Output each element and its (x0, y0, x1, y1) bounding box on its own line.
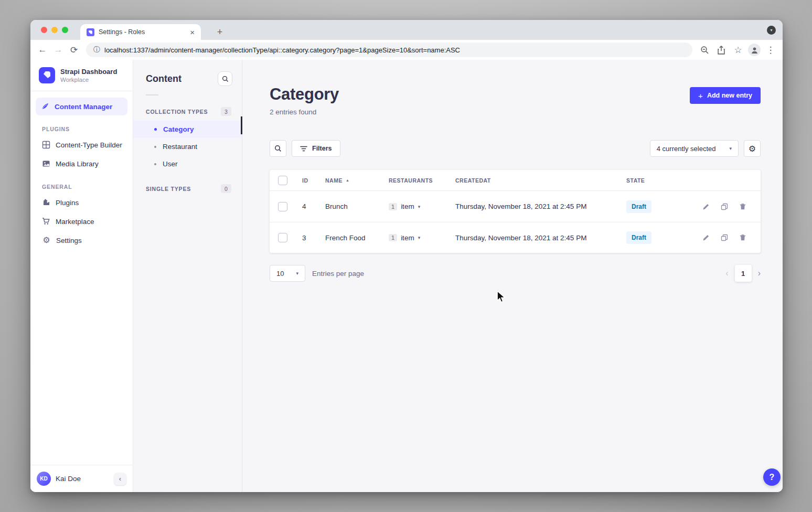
sidebar-item-content-manager[interactable]: Content Manager (36, 98, 127, 115)
delete-trash-icon[interactable] (739, 233, 747, 242)
table-settings-button[interactable]: ⚙ (744, 140, 761, 157)
duplicate-icon[interactable] (720, 202, 729, 211)
collection-types-count: 3 (221, 107, 231, 116)
collapse-sidebar-button[interactable]: ‹ (114, 473, 126, 485)
sidebar-item-plugins[interactable]: Plugins (36, 193, 127, 212)
cell-restaurants[interactable]: 1 item ▾ (389, 234, 455, 242)
strapi-app: Strapi Dashboard Workplace Content Manag… (30, 60, 783, 492)
prev-page-icon[interactable]: ‹ (725, 269, 728, 278)
strapi-favicon (87, 28, 94, 36)
subnav-item-user[interactable]: User (133, 155, 242, 173)
table-row[interactable]: 3 French Food 1 item ▾ Thursday, Novembe… (270, 222, 761, 253)
plugins-section-label: PLUGINS (36, 115, 127, 135)
window-controls (41, 27, 68, 33)
relation-label: item (401, 202, 414, 210)
subnav-item-label: User (163, 160, 178, 168)
sidebar-item-label: Marketplace (56, 218, 94, 226)
fields-select[interactable]: 4 currently selected ▾ (650, 140, 739, 157)
row-actions (698, 202, 752, 211)
subnav-search-button[interactable] (218, 71, 232, 86)
brand-block[interactable]: Strapi Dashboard Workplace (30, 60, 133, 91)
minimize-window-button[interactable] (51, 27, 58, 33)
chevron-down-icon[interactable]: ▾ (418, 235, 421, 240)
share-icon[interactable] (714, 43, 728, 57)
page-title: Category (270, 85, 339, 104)
bullet-icon (154, 146, 156, 148)
sidebar-item-marketplace[interactable]: Marketplace (36, 212, 127, 231)
sidebar-item-media-library[interactable]: Media Library (36, 154, 127, 173)
sidebar-item-content-type-builder[interactable]: Content-Type Builder (36, 135, 127, 154)
subnav-item-restaurant[interactable]: Restaurant (133, 138, 242, 155)
browser-profile-avatar[interactable] (748, 44, 761, 56)
new-tab-button[interactable]: + (213, 25, 227, 39)
page-number-button[interactable]: 1 (735, 265, 752, 282)
page-size-select[interactable]: 10 ▾ (270, 265, 305, 282)
row-actions (698, 233, 752, 242)
browser-menu-icon[interactable]: ⋮ (764, 43, 777, 57)
row-checkbox[interactable] (278, 202, 287, 211)
column-header-name[interactable]: NAME ▲ (325, 177, 389, 184)
brand-subtitle: Workplace (60, 77, 117, 83)
column-header-restaurants[interactable]: RESTAURANTS (389, 177, 455, 184)
select-all-checkbox[interactable] (278, 176, 287, 185)
zoom-out-icon[interactable] (698, 43, 711, 57)
tab-close-icon[interactable]: × (189, 28, 196, 37)
fields-select-value: 4 currently selected (657, 145, 716, 153)
single-types-count: 0 (221, 184, 231, 193)
next-page-icon[interactable]: › (758, 269, 761, 278)
reload-icon[interactable]: ⟳ (67, 43, 81, 57)
back-icon[interactable]: ← (36, 43, 49, 57)
search-icon (274, 145, 282, 152)
edit-pencil-icon[interactable] (702, 202, 710, 211)
relation-count-badge: 1 (389, 203, 397, 210)
gear-icon: ⚙ (42, 236, 51, 244)
row-checkbox[interactable] (278, 233, 287, 242)
sidebar-nav: Content Manager PLUGINS Content-Type Bui… (30, 91, 133, 250)
chevron-down-icon: ▾ (729, 146, 732, 151)
add-new-entry-label: Add new entry (707, 92, 752, 99)
subnav-item-category[interactable]: Category (133, 121, 242, 138)
relation-label: item (401, 234, 414, 242)
close-window-button[interactable] (41, 27, 47, 33)
cell-restaurants[interactable]: 1 item ▾ (389, 202, 455, 210)
tab-title: Settings - Roles (99, 28, 185, 36)
site-info-icon[interactable]: ⓘ (93, 45, 100, 55)
table-search-button[interactable] (270, 140, 286, 157)
forward-icon[interactable]: → (51, 43, 65, 57)
main-sidebar: Strapi Dashboard Workplace Content Manag… (30, 60, 133, 492)
table-row[interactable]: 4 Brunch 1 item ▾ Thursday, November 18,… (270, 191, 761, 222)
user-avatar[interactable]: KD (37, 472, 51, 486)
address-bar[interactable]: ⓘ localhost:1337/admin/content-manager/c… (86, 42, 692, 57)
entries-found-text: 2 entries found (270, 108, 339, 116)
brand-title: Strapi Dashboard (60, 68, 117, 76)
add-new-entry-button[interactable]: + Add new entry (690, 87, 761, 104)
edit-pencil-icon[interactable] (702, 233, 710, 242)
chevron-down-icon[interactable]: ▾ (418, 204, 421, 209)
cell-id: 3 (302, 234, 325, 242)
sidebar-item-settings[interactable]: ⚙ Settings (36, 231, 127, 250)
tab-search-icon[interactable]: ▾ (767, 26, 776, 35)
user-row: KD Kai Doe ‹ (30, 465, 133, 492)
browser-tab[interactable]: Settings - Roles × (80, 24, 201, 40)
zoom-window-button[interactable] (62, 27, 68, 33)
table-header-row: ID NAME ▲ RESTAURANTS CREATEDAT STATE (270, 170, 761, 191)
help-button[interactable]: ? (763, 468, 781, 486)
column-header-createdat[interactable]: CREATEDAT (455, 177, 626, 184)
duplicate-icon[interactable] (720, 233, 729, 242)
subnav-item-label: Restaurant (163, 143, 197, 151)
url-text: localhost:1337/admin/content-manager/col… (104, 46, 460, 54)
layout-grid-icon (42, 141, 50, 149)
toolbar-actions: ☆ ⋮ (698, 43, 777, 57)
column-header-state[interactable]: STATE (626, 177, 698, 184)
content-subnav: Content COLLECTION TYPES 3 Category Rest… (133, 60, 242, 492)
browser-window: Settings - Roles × + ▾ ← → ⟳ ⓘ localhost… (30, 20, 783, 492)
entries-per-page-label: Entries per page (312, 270, 364, 278)
cell-name: Brunch (325, 202, 389, 210)
filters-button[interactable]: Filters (292, 140, 340, 157)
cell-createdat: Thursday, November 18, 2021 at 2:45 PM (455, 202, 626, 210)
bullet-icon (154, 163, 156, 165)
browser-tab-strip: Settings - Roles × + ▾ (30, 20, 783, 40)
bookmark-star-icon[interactable]: ☆ (731, 43, 745, 57)
column-header-id[interactable]: ID (302, 177, 325, 184)
delete-trash-icon[interactable] (739, 202, 747, 211)
